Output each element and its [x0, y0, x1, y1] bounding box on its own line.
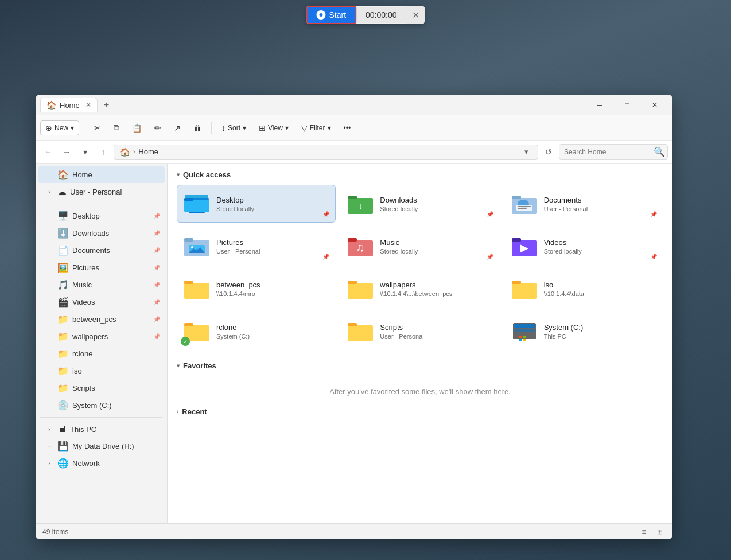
home-tab[interactable]: 🏠 Home ✕ — [40, 98, 98, 112]
back-button[interactable]: ← — [40, 144, 56, 160]
search-icon[interactable]: 🔍 — [654, 146, 665, 157]
address-path[interactable]: 🏠 › Home ▾ — [114, 145, 538, 160]
delete-button[interactable]: 🗑 — [188, 120, 207, 135]
sidebar-item-music[interactable]: 🎵 Music 📌 — [38, 277, 165, 293]
cut-button[interactable]: ✂ — [89, 120, 106, 135]
grid-view-button[interactable]: ⊞ — [654, 526, 666, 538]
documents-folder-icon: ☁ — [511, 190, 538, 217]
quick-access-header[interactable]: ▾ Quick access — [177, 170, 663, 179]
search-input[interactable] — [564, 148, 650, 156]
svg-rect-41 — [514, 329, 535, 332]
svg-text:↓: ↓ — [358, 201, 363, 211]
new-button[interactable]: ⊕ New ▾ — [40, 120, 79, 135]
favorites-empty-message: After you've favorited some files, we'll… — [177, 376, 663, 407]
grid-item-desktop[interactable]: Desktop Stored locally 📌 — [177, 185, 336, 223]
sidebar-music-label: Music — [72, 281, 150, 289]
view-button[interactable]: ⊞ View ▾ — [254, 120, 294, 135]
toolbar: ⊕ New ▾ ✂ ⧉ 📋 ✏ ↗ 🗑 ↕ Sort ▾ ⊞ — [36, 115, 672, 141]
grid-item-between-pcs[interactable]: between_pcs \\10.1.4.4\mro — [177, 270, 336, 308]
sort-label: Sort — [228, 124, 240, 132]
grid-item-videos[interactable]: ▶ Videos Stored locally 📌 — [504, 227, 663, 265]
wallpapers-desc: \\10.1.4.4\...\between_pcs — [380, 290, 493, 297]
sidebar-pictures-label: Pictures — [72, 263, 150, 272]
svg-rect-18 — [184, 238, 193, 242]
window-controls: ─ □ ✕ — [586, 96, 668, 114]
sidebar-documents-label: Documents — [72, 246, 150, 255]
recent-locations-button[interactable]: ▾ — [77, 144, 93, 160]
up-button[interactable]: ↑ — [95, 144, 111, 160]
maximize-button[interactable]: □ — [614, 96, 640, 114]
sidebar-item-user-personal[interactable]: › ☁ User - Personal — [38, 184, 165, 200]
rename-button[interactable]: ✏ — [149, 120, 166, 135]
music-folder-icon: ♫ — [347, 232, 374, 260]
sort-button[interactable]: ↕ Sort ▾ — [216, 120, 251, 135]
sidebar-expand-rclone — [45, 349, 54, 359]
address-dropdown-button[interactable]: ▾ — [520, 147, 532, 156]
pictures-pin: 📌 — [322, 254, 329, 260]
sidebar-item-documents[interactable]: 📄 Documents 📌 — [38, 242, 165, 259]
rclone-desc: System (C:) — [216, 333, 329, 340]
recent-header[interactable]: › Recent — [177, 407, 663, 416]
grid-item-pictures[interactable]: ☁ Pictures User - Personal 📌 — [177, 227, 336, 265]
filter-button[interactable]: ▽ Filter ▾ — [296, 120, 336, 135]
sidebar-downloads-label: Downloads — [72, 229, 150, 238]
minimize-button[interactable]: ─ — [586, 96, 613, 114]
share-icon: ↗ — [174, 123, 181, 133]
grid-item-rclone[interactable]: ✓ rclone System (C:) — [177, 312, 336, 350]
list-view-button[interactable]: ≡ — [638, 526, 650, 538]
sidebar-item-wallpapers[interactable]: 📁 wallpapers 📌 — [38, 328, 165, 345]
sidebar-expand-user: › — [45, 188, 54, 197]
sidebar-expand-system-c — [45, 401, 54, 410]
grid-item-documents[interactable]: ☁ Documents User - Personal 📌 — [504, 185, 663, 223]
favorites-header[interactable]: ▾ Favorites — [177, 361, 663, 370]
sidebar-videos-icon: 🎬 — [57, 297, 69, 308]
paste-button[interactable]: 📋 — [127, 120, 147, 135]
more-options-button[interactable]: ••• — [339, 121, 356, 135]
downloads-info: Downloads Stored locally — [380, 196, 480, 212]
sidebar-item-between-pcs[interactable]: 📁 between_pcs 📌 — [38, 311, 165, 328]
copy-button[interactable]: ⧉ — [108, 120, 125, 135]
sidebar-item-system-c[interactable]: 💿 System (C:) — [38, 397, 165, 414]
sidebar-item-network[interactable]: › 🌐 Network — [38, 455, 165, 472]
sidebar-item-rclone[interactable]: 📁 rclone — [38, 345, 165, 362]
sidebar-item-my-data-drive[interactable]: ─ 💾 My Data Drive (H:) — [38, 438, 165, 454]
timer-close-button[interactable]: ✕ — [406, 6, 425, 24]
sidebar-documents-pin: 📌 — [153, 247, 160, 254]
tab-close-button[interactable]: ✕ — [85, 101, 91, 109]
new-tab-button[interactable]: + — [100, 98, 114, 112]
forward-button[interactable]: → — [59, 144, 75, 160]
iso-info: iso \\10.1.4.4\data — [544, 281, 657, 297]
svg-rect-44 — [519, 339, 522, 341]
sidebar-expand-data-drive: ─ — [45, 442, 54, 451]
close-button[interactable]: ✕ — [641, 96, 668, 114]
share-button[interactable]: ↗ — [169, 120, 186, 135]
sidebar-item-pictures[interactable]: 🖼️ Pictures 📌 — [38, 259, 165, 276]
sidebar-item-this-pc[interactable]: › 🖥 This PC — [38, 421, 165, 437]
grid-item-downloads[interactable]: ↓ Downloads Stored locally 📌 — [340, 185, 499, 223]
grid-item-system-c[interactable]: System (C:) This PC — [504, 312, 663, 350]
sidebar-item-videos[interactable]: 🎬 Videos 📌 — [38, 294, 165, 310]
sidebar-item-home[interactable]: 🏠 Home — [38, 166, 165, 183]
paste-icon: 📋 — [132, 123, 142, 133]
svg-rect-40 — [514, 324, 535, 328]
status-view-controls: ≡ ⊞ — [638, 526, 666, 538]
rclone-folder-icon: ✓ — [183, 317, 211, 345]
sidebar-item-downloads[interactable]: ⬇️ Downloads 📌 — [38, 225, 165, 242]
grid-item-iso[interactable]: iso \\10.1.4.4\data — [504, 270, 663, 308]
toolbar-separator-2 — [211, 122, 212, 134]
grid-item-music[interactable]: ♫ Music Stored locally 📌 — [340, 227, 499, 265]
recent-label: Recent — [182, 407, 207, 416]
sidebar-this-pc-label: This PC — [70, 425, 160, 434]
timer-start-button[interactable]: Start — [306, 6, 356, 24]
svg-point-21 — [191, 246, 193, 248]
sidebar-expand-iso — [45, 367, 54, 376]
sidebar-item-iso[interactable]: 📁 iso — [38, 363, 165, 379]
refresh-button[interactable]: ↺ — [541, 144, 557, 160]
grid-item-scripts[interactable]: Scripts User - Personal — [340, 312, 499, 350]
grid-item-wallpapers[interactable]: wallpapers \\10.1.4.4\...\between_pcs — [340, 270, 499, 308]
sidebar-user-icon: ☁ — [57, 186, 67, 197]
videos-name: Videos — [544, 238, 644, 247]
sidebar-expand-downloads — [45, 229, 54, 238]
sidebar-item-desktop[interactable]: 🖥️ Desktop 📌 — [38, 208, 165, 224]
sidebar-item-scripts[interactable]: 📁 Scripts — [38, 380, 165, 396]
